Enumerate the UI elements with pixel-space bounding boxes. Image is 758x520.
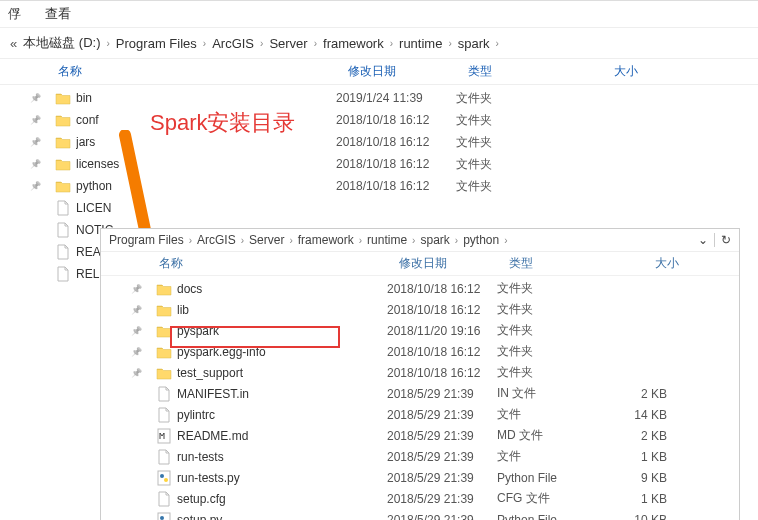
breadcrumb-nested[interactable]: Program Files›ArcGIS›Server›framework›ru… bbox=[101, 229, 739, 252]
table-row[interactable]: 📌test_support2018/10/18 16:12文件夹 bbox=[129, 362, 739, 383]
file-name: licenses bbox=[76, 157, 336, 171]
file-size: 9 KB bbox=[607, 471, 667, 485]
table-row[interactable]: 📌licenses2018/10/18 16:12文件夹 bbox=[28, 153, 758, 175]
menu-share[interactable]: 俘 bbox=[8, 5, 21, 23]
folder-icon bbox=[155, 323, 173, 339]
breadcrumb-item[interactable]: framework bbox=[323, 36, 384, 51]
file-icon bbox=[155, 407, 173, 423]
breadcrumb-item[interactable]: spark bbox=[420, 233, 449, 247]
file-date: 2018/11/20 19:16 bbox=[387, 324, 497, 338]
file-date: 2018/5/29 21:39 bbox=[387, 387, 497, 401]
file-list-nested: 📌docs2018/10/18 16:12文件夹📌lib2018/10/18 1… bbox=[101, 276, 739, 520]
file-name: run-tests bbox=[177, 450, 387, 464]
file-type: Python File bbox=[497, 471, 607, 485]
breadcrumb-item[interactable]: Server bbox=[249, 233, 284, 247]
pin-icon: 📌 bbox=[28, 115, 42, 125]
table-row[interactable]: 📌docs2018/10/18 16:12文件夹 bbox=[129, 278, 739, 299]
file-name: run-tests.py bbox=[177, 471, 387, 485]
file-name: python bbox=[76, 179, 336, 193]
col-header-type[interactable]: 类型 bbox=[468, 63, 578, 80]
table-row[interactable]: 📌bin2019/1/24 11:39文件夹 bbox=[28, 87, 758, 109]
table-row[interactable]: 📌jars2018/10/18 16:12文件夹 bbox=[28, 131, 758, 153]
file-size: 2 KB bbox=[607, 387, 667, 401]
nested-col-type[interactable]: 类型 bbox=[509, 255, 619, 272]
breadcrumb-item[interactable]: framework bbox=[298, 233, 354, 247]
menu-view[interactable]: 查看 bbox=[45, 5, 71, 23]
table-row[interactable]: pylintrc2018/5/29 21:39文件14 KB bbox=[129, 404, 739, 425]
col-header-size[interactable]: 大小 bbox=[578, 63, 638, 80]
py-icon bbox=[155, 512, 173, 521]
folder-icon bbox=[155, 302, 173, 318]
file-type: 文件 bbox=[497, 406, 607, 423]
table-row[interactable]: 📌conf2018/10/18 16:12文件夹 bbox=[28, 109, 758, 131]
refresh-icon[interactable]: ↻ bbox=[721, 233, 731, 247]
breadcrumb-item[interactable]: ArcGIS bbox=[197, 233, 236, 247]
dropdown-icon[interactable]: ⌄ bbox=[698, 233, 708, 247]
table-row[interactable]: setup.cfg2018/5/29 21:39CFG 文件1 KB bbox=[129, 488, 739, 509]
table-row[interactable]: 📌lib2018/10/18 16:12文件夹 bbox=[129, 299, 739, 320]
breadcrumb-item[interactable]: Program Files bbox=[109, 233, 184, 247]
file-date: 2018/10/18 16:12 bbox=[387, 345, 497, 359]
file-type: 文件夹 bbox=[456, 156, 566, 173]
file-name: pylintrc bbox=[177, 408, 387, 422]
table-row[interactable]: MANIFEST.in2018/5/29 21:39IN 文件2 KB bbox=[129, 383, 739, 404]
breadcrumb-item[interactable]: python bbox=[463, 233, 499, 247]
folder-icon bbox=[54, 112, 72, 128]
breadcrumb-item[interactable]: 本地磁盘 (D:) bbox=[23, 34, 100, 52]
breadcrumb-item[interactable]: spark bbox=[458, 36, 490, 51]
nested-col-size[interactable]: 大小 bbox=[619, 255, 679, 272]
breadcrumb-item[interactable]: Server bbox=[269, 36, 307, 51]
file-type: MD 文件 bbox=[497, 427, 607, 444]
svg-rect-4 bbox=[158, 513, 170, 521]
nested-window: Program Files›ArcGIS›Server›framework›ru… bbox=[100, 228, 740, 520]
py-icon bbox=[155, 470, 173, 486]
chevron-right-icon: › bbox=[203, 38, 206, 49]
file-date: 2018/10/18 16:12 bbox=[336, 157, 456, 171]
file-date: 2018/10/18 16:12 bbox=[336, 135, 456, 149]
table-row[interactable]: 📌pyspark.egg-info2018/10/18 16:12文件夹 bbox=[129, 341, 739, 362]
breadcrumb-item[interactable]: runtime bbox=[367, 233, 407, 247]
breadcrumb-item[interactable]: Program Files bbox=[116, 36, 197, 51]
file-name: LICEN bbox=[76, 201, 336, 215]
file-type: IN 文件 bbox=[497, 385, 607, 402]
breadcrumb-item[interactable]: ArcGIS bbox=[212, 36, 254, 51]
table-row[interactable]: run-tests2018/5/29 21:39文件1 KB bbox=[129, 446, 739, 467]
folder-icon bbox=[54, 178, 72, 194]
file-date: 2018/5/29 21:39 bbox=[387, 450, 497, 464]
breadcrumb-main[interactable]: «本地磁盘 (D:)›Program Files›ArcGIS›Server›f… bbox=[0, 27, 758, 59]
breadcrumb-item[interactable]: runtime bbox=[399, 36, 442, 51]
table-row[interactable]: run-tests.py2018/5/29 21:39Python File9 … bbox=[129, 467, 739, 488]
pin-icon: 📌 bbox=[129, 368, 143, 378]
file-type: 文件夹 bbox=[497, 364, 607, 381]
chevron-right-icon: › bbox=[448, 38, 451, 49]
nested-col-date[interactable]: 修改日期 bbox=[399, 255, 509, 272]
nested-column-header: 名称 修改日期 类型 大小 bbox=[101, 252, 739, 276]
file-date: 2018/5/29 21:39 bbox=[387, 513, 497, 521]
file-type: 文件夹 bbox=[456, 178, 566, 195]
chevron-right-icon: › bbox=[260, 38, 263, 49]
table-row[interactable]: README.md2018/5/29 21:39MD 文件2 KB bbox=[129, 425, 739, 446]
file-date: 2018/5/29 21:39 bbox=[387, 429, 497, 443]
col-header-date[interactable]: 修改日期 bbox=[348, 63, 468, 80]
col-header-name[interactable]: 名称 bbox=[58, 63, 348, 80]
separator bbox=[714, 233, 715, 247]
file-name: jars bbox=[76, 135, 336, 149]
table-row[interactable]: LICEN bbox=[28, 197, 758, 219]
file-name: pyspark.egg-info bbox=[177, 345, 387, 359]
table-row[interactable]: setup.py2018/5/29 21:39Python File10 KB bbox=[129, 509, 739, 520]
table-row[interactable]: 📌python2018/10/18 16:12文件夹 bbox=[28, 175, 758, 197]
breadcrumb-back[interactable]: « bbox=[10, 36, 17, 51]
file-icon bbox=[54, 244, 72, 260]
folder-icon bbox=[155, 344, 173, 360]
file-type: Python File bbox=[497, 513, 607, 521]
chevron-right-icon: › bbox=[241, 235, 244, 246]
svg-rect-1 bbox=[158, 471, 170, 485]
pin-icon: 📌 bbox=[129, 305, 143, 315]
table-row[interactable]: 📌pyspark2018/11/20 19:16文件夹 bbox=[129, 320, 739, 341]
chevron-right-icon: › bbox=[412, 235, 415, 246]
chevron-right-icon: › bbox=[189, 235, 192, 246]
svg-point-3 bbox=[164, 478, 168, 482]
chevron-right-icon: › bbox=[504, 235, 507, 246]
file-name: MANIFEST.in bbox=[177, 387, 387, 401]
nested-col-name[interactable]: 名称 bbox=[159, 255, 399, 272]
